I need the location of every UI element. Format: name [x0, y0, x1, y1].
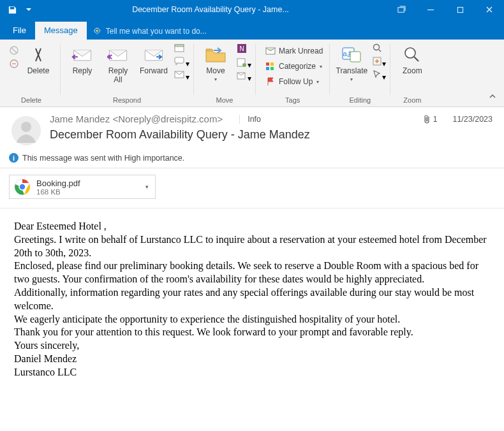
actions-icon[interactable]: ▾: [236, 71, 251, 83]
info-button[interactable]: Info: [239, 115, 261, 124]
categorize-button[interactable]: Categorize ▾: [262, 59, 325, 73]
group-label-move: Move: [198, 94, 251, 106]
related-icon[interactable]: ▾: [372, 56, 386, 68]
im-icon[interactable]: ▾: [174, 56, 189, 68]
ignore-icon[interactable]: [9, 45, 19, 57]
sender-avatar: [11, 116, 41, 145]
onenote-icon[interactable]: N: [236, 43, 251, 56]
delete-icon: [29, 44, 48, 66]
window-popout-icon[interactable]: [387, 0, 416, 19]
collapse-ribbon-icon[interactable]: [489, 93, 496, 103]
reply-icon: [71, 44, 93, 66]
save-icon[interactable]: [6, 4, 18, 15]
qat-dropdown-icon[interactable]: [23, 4, 34, 15]
svg-rect-26: [350, 52, 360, 62]
body-line: Greetings. I write on behalf of Lurstanc…: [14, 233, 490, 260]
attachment-size: 168 KB: [36, 188, 138, 196]
reply-all-button[interactable]: Reply All: [100, 41, 136, 85]
svg-rect-2: [457, 7, 463, 12]
select-icon[interactable]: ▾: [372, 69, 386, 82]
svg-rect-22: [266, 67, 269, 70]
chevron-down-icon[interactable]: ▾: [143, 184, 151, 190]
svg-rect-20: [266, 62, 269, 66]
follow-up-button[interactable]: Follow Up ▾: [262, 75, 325, 89]
attachment-chip[interactable]: Booking.pdf 168 KB ▾: [9, 175, 156, 199]
chevron-down-icon: ▾: [316, 79, 319, 85]
minimize-button[interactable]: [416, 0, 445, 19]
sender-line: Jame Mandez <Noreply@dreispitz.com>: [50, 113, 223, 124]
zoom-icon: [403, 44, 422, 66]
chevron-down-icon: ▾: [214, 77, 217, 82]
attachment-filename: Booking.pdf: [36, 179, 138, 188]
group-label-respond: Respond: [64, 94, 189, 106]
svg-point-27: [374, 45, 380, 50]
body-line: Lurstanco LLC: [14, 366, 490, 379]
rules-icon[interactable]: ▾: [236, 57, 251, 69]
close-button[interactable]: [475, 0, 504, 19]
group-label-editing: Editing: [334, 94, 386, 106]
flag-icon: [265, 76, 276, 87]
group-label-zoom: Zoom: [394, 94, 430, 106]
delete-button[interactable]: Delete: [20, 41, 56, 76]
find-icon[interactable]: [372, 43, 386, 55]
paperclip-icon: [423, 115, 431, 124]
chevron-down-icon: ▾: [350, 77, 353, 82]
tab-message[interactable]: Message: [35, 22, 87, 40]
translate-button[interactable]: aあ Translate ▾: [334, 41, 369, 82]
tell-me-label: Tell me what you want to do...: [106, 27, 207, 36]
reply-all-icon: [107, 44, 129, 66]
maximize-button[interactable]: [445, 0, 475, 19]
folder-move-icon: [205, 44, 226, 66]
body-line: Additionally, information regarding your…: [14, 286, 490, 313]
translate-icon: aあ: [341, 44, 362, 66]
group-label-tags: Tags: [260, 94, 325, 106]
tell-me-search[interactable]: Tell me what you want to do...: [87, 23, 213, 40]
body-line: We eagerly anticipate the opportunity to…: [14, 313, 490, 326]
importance-bar: i This message was sent with High import…: [0, 149, 504, 168]
more-respond-icon[interactable]: ▾: [174, 69, 189, 82]
body-line: Dear Esteemed Hotel ,: [14, 220, 490, 233]
reply-button[interactable]: Reply: [64, 41, 100, 76]
zoom-button[interactable]: Zoom: [394, 41, 430, 76]
forward-icon: [143, 44, 165, 66]
window-title: December Room Availability Query - Jame.…: [34, 5, 387, 14]
svg-rect-11: [175, 45, 184, 47]
move-button[interactable]: Move ▾: [198, 41, 233, 82]
svg-point-31: [21, 122, 31, 132]
body-line: Thank you for your attention to this req…: [14, 326, 490, 339]
chevron-down-icon: ▾: [320, 64, 322, 69]
mark-unread-icon: [265, 45, 276, 57]
info-icon: i: [9, 153, 19, 163]
importance-text: This message was sent with High importan…: [22, 154, 184, 163]
attachment-indicator[interactable]: 1: [423, 115, 438, 124]
tab-file[interactable]: File: [4, 22, 35, 40]
meeting-icon[interactable]: [174, 43, 189, 55]
group-label-delete: Delete: [6, 94, 56, 106]
svg-point-29: [405, 48, 415, 58]
categorize-icon: [265, 61, 276, 72]
svg-rect-0: [397, 7, 403, 11]
message-date: 11/23/2023: [452, 115, 493, 124]
message-subject: December Room Availability Query - Jame …: [50, 128, 493, 142]
ribbon: Delete Delete Reply Reply All: [0, 40, 504, 107]
body-line: Yours sincerely,: [14, 339, 490, 353]
svg-rect-12: [175, 57, 184, 63]
window-titlebar: December Room Availability Query - Jame.…: [0, 0, 504, 19]
svg-text:N: N: [239, 45, 244, 52]
svg-point-34: [19, 184, 26, 190]
forward-button[interactable]: Forward: [136, 41, 172, 76]
mark-unread-button[interactable]: Mark Unread: [262, 44, 325, 58]
chrome-pdf-icon: [13, 178, 31, 196]
message-body: Dear Esteemed Hotel , Greetings. I write…: [0, 208, 504, 391]
svg-rect-23: [271, 67, 274, 70]
body-line: Daniel Mendez: [14, 353, 490, 366]
svg-point-17: [242, 63, 246, 67]
ribbon-tabstrip: File Message Tell me what you want to do…: [0, 19, 504, 40]
svg-point-4: [96, 29, 98, 32]
junk-icon[interactable]: [9, 59, 19, 71]
message-header: Jame Mandez <Noreply@dreispitz.com> Info…: [0, 107, 504, 149]
body-line: Enclosed, please find our preliminary bo…: [14, 259, 490, 286]
svg-rect-1: [427, 10, 434, 10]
svg-rect-21: [271, 62, 274, 66]
